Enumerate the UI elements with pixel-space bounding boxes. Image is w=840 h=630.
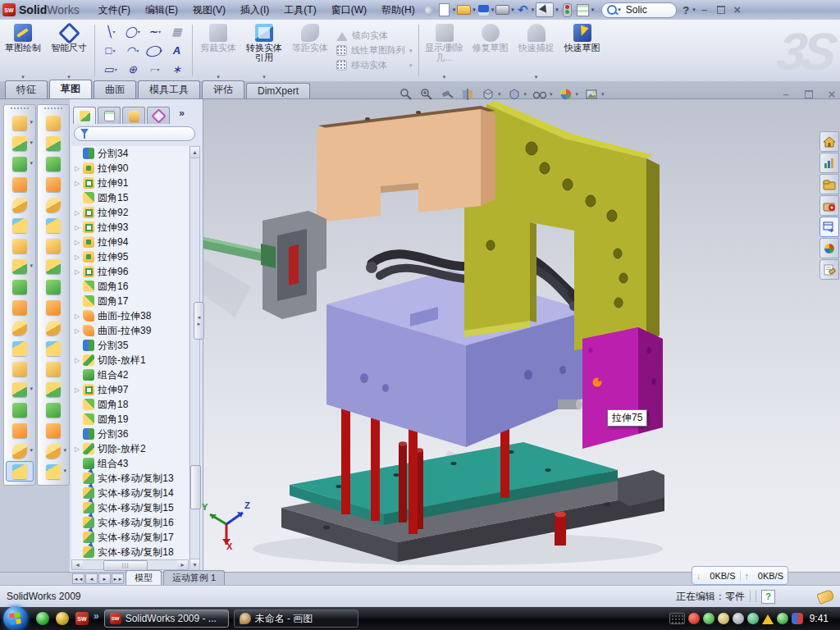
offset-surface-button[interactable] [39, 235, 67, 256]
network-warning-icon[interactable] [762, 609, 774, 624]
new-document-icon[interactable] [439, 3, 450, 16]
swept-boss-button[interactable] [6, 174, 34, 194]
doc-close-button[interactable] [824, 88, 840, 101]
spline-tool[interactable]: ▾ [144, 22, 166, 41]
quick-tips-icon[interactable]: ? [761, 590, 775, 604]
dropdown-caret[interactable]: ▾ [30, 139, 33, 146]
thicken-button[interactable] [39, 379, 67, 399]
delete-body-button[interactable] [6, 399, 34, 420]
menu-item[interactable]: 插入(I) [233, 2, 276, 19]
dropdown-caret[interactable]: ▾ [555, 7, 559, 13]
volume-icon[interactable] [733, 613, 744, 624]
delete-face-button[interactable] [39, 420, 67, 441]
revolved-surface-button[interactable] [39, 133, 67, 153]
dropdown-caret[interactable]: ▾ [30, 160, 33, 167]
extruded-boss-button[interactable]: ▾ [6, 112, 34, 133]
dropdown-caret[interactable]: ▾ [30, 262, 33, 269]
dropdown-caret[interactable]: ▾ [591, 7, 595, 13]
smart-dimension-button[interactable]: 智能尺寸▾ [46, 20, 92, 81]
options-list-icon[interactable] [577, 4, 589, 16]
magnified-selection-icon[interactable] [440, 87, 454, 102]
search-scope-caret[interactable]: ▾ [618, 7, 621, 13]
doc-minimize-button[interactable] [778, 88, 794, 101]
tree-item[interactable]: 实体-移动/复制15 [71, 500, 189, 515]
dropdown-caret[interactable]: ▾ [63, 468, 66, 474]
move-copy-body-button[interactable] [6, 358, 34, 379]
trim-surface-button[interactable] [39, 338, 67, 358]
expand-arrow-icon[interactable]: ▷ [75, 268, 83, 276]
dropdown-caret[interactable]: ▾ [30, 119, 33, 126]
instant3d-button[interactable] [6, 461, 34, 482]
expand-arrow-icon[interactable]: ▷ [75, 209, 83, 217]
extruded-surface-button[interactable] [39, 112, 67, 133]
expand-arrow-icon[interactable]: ▷ [75, 165, 83, 172]
tab-模具工具[interactable]: 模具工具 [138, 80, 200, 98]
im-status-icon[interactable] [792, 613, 803, 624]
ruled-surface-button[interactable] [39, 256, 67, 276]
sketch-button[interactable]: 草图绘制▾ [0, 20, 46, 81]
menu-item[interactable]: 窗口(W) [324, 2, 374, 19]
task-button[interactable]: 未命名 - 画图 [234, 609, 358, 628]
scroll-left-arrow[interactable]: ◄ [72, 560, 83, 569]
fillet-surface-button[interactable] [39, 399, 67, 420]
zoom-to-fit-icon[interactable] [399, 87, 413, 102]
antivirus-quicklaunch-icon[interactable] [56, 612, 69, 625]
line-tool[interactable]: ▾ [99, 22, 121, 41]
linear-pattern-button[interactable]: ▾ [6, 256, 34, 276]
search-value[interactable]: Solic [626, 4, 647, 16]
save-icon[interactable] [478, 5, 489, 16]
dropdown-caret[interactable]: ▾ [30, 386, 33, 392]
expand-arrow-icon[interactable]: ▷ [75, 239, 83, 246]
dimxpertmanager-tab[interactable] [147, 107, 170, 124]
tab-曲面[interactable]: 曲面 [94, 80, 136, 98]
quicklaunch-chevron[interactable]: » [94, 610, 99, 622]
menu-item[interactable]: 文件(F) [91, 2, 138, 19]
display-style-icon[interactable] [507, 87, 522, 102]
view-settings-icon[interactable] [584, 87, 599, 102]
sketch-fillet-tool[interactable]: ▾ [144, 60, 166, 79]
dropdown-caret[interactable]: ▾ [692, 7, 696, 13]
dropdown-caret[interactable]: ▾ [524, 91, 527, 98]
certificate-icon[interactable] [718, 613, 729, 624]
view-orientation-icon[interactable] [481, 87, 495, 102]
tree-horizontal-scrollbar[interactable]: ◄ ||| ► [71, 559, 189, 570]
dropdown-caret[interactable]: ▾ [30, 447, 33, 454]
menu-item[interactable]: 帮助(H) [374, 2, 422, 19]
boundary-surface-button[interactable] [39, 194, 67, 215]
start-button[interactable] [3, 606, 28, 630]
file-explorer-icon[interactable] [819, 195, 839, 216]
menu-item[interactable]: 编辑(E) [138, 2, 185, 19]
tree-item[interactable]: 分割36 [71, 427, 189, 441]
tab-DimXpert[interactable]: DimXpert [246, 83, 310, 98]
dropdown-caret[interactable]: ▾ [472, 7, 476, 13]
expand-arrow-icon[interactable]: ▷ [75, 327, 83, 335]
dropdown-caret[interactable]: ▾ [532, 7, 535, 13]
tree-item[interactable]: ▷拉伸93 [71, 220, 189, 235]
panel-splitter-handle[interactable]: ◄► [194, 302, 204, 340]
tree-item[interactable]: 圆角19 [71, 412, 189, 427]
scroll-down-arrow[interactable]: ▼ [190, 559, 199, 570]
solidworks-resources-icon[interactable] [819, 153, 839, 173]
view-palette-icon[interactable] [819, 217, 839, 237]
hole-wizard-button[interactable] [6, 235, 34, 256]
dropdown-caret[interactable]: ▾ [63, 447, 66, 454]
solidworks-quicklaunch-icon[interactable]: SW [75, 612, 89, 625]
tree-item[interactable]: ▷切除-放样1 [71, 353, 189, 368]
arc-tool[interactable]: ▾ [121, 41, 144, 60]
appearances-icon[interactable] [819, 238, 839, 258]
dropdown-caret[interactable]: ▾ [453, 7, 456, 13]
tree-item[interactable]: ▷拉伸95 [71, 249, 189, 264]
polygon-tool[interactable] [121, 60, 144, 79]
tab-特征[interactable]: 特征 [5, 80, 48, 98]
select-arrow-icon[interactable] [536, 2, 554, 17]
task-button[interactable]: SWSolidWorks 2009 - ... [104, 609, 229, 628]
sync-icon[interactable] [747, 613, 759, 624]
apply-scene-icon[interactable] [559, 87, 573, 102]
lofted-surface-button[interactable] [39, 174, 67, 194]
dropdown-caret[interactable]: ▾ [498, 91, 501, 98]
tree-item[interactable]: 圆角17 [71, 294, 189, 308]
antivirus-shield-icon[interactable] [703, 613, 714, 624]
tree-item[interactable]: ▷拉伸97 [71, 382, 189, 397]
health-shield-icon[interactable] [777, 613, 788, 624]
slot-tool[interactable]: ▾ [99, 60, 121, 79]
